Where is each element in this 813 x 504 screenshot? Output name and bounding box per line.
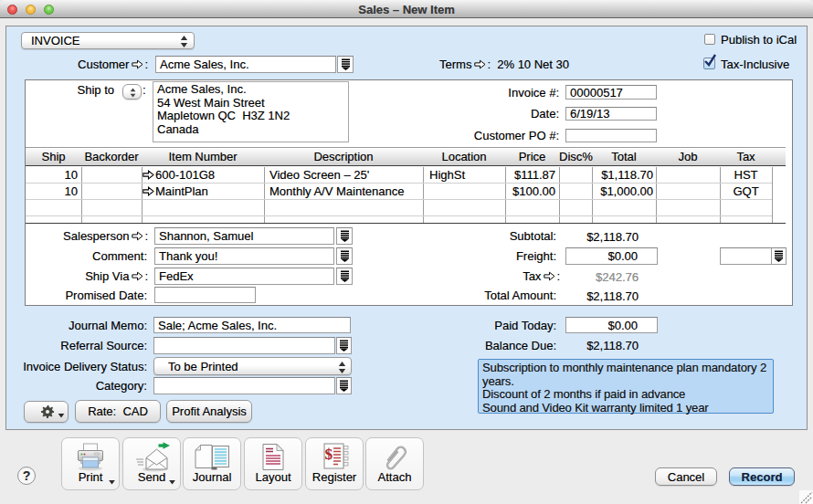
svg-text:$: $ (325, 446, 333, 463)
